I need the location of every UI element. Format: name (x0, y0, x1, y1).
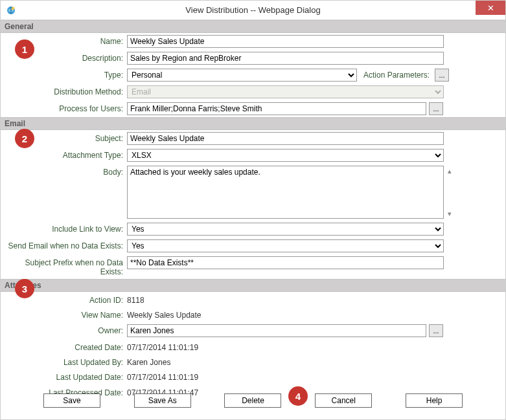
type-label: Type: (7, 69, 127, 80)
callout-1: 1 (15, 39, 34, 59)
created-date-label: Created Date: (7, 341, 127, 352)
send-nodata-label: Send Email when no Data Exists: (7, 239, 127, 250)
process-users-input[interactable] (127, 102, 426, 115)
owner-input[interactable] (127, 324, 426, 337)
section-email: Email (1, 117, 505, 130)
dist-method-label: Distribution Method: (7, 85, 127, 96)
svg-point-1 (12, 6, 15, 10)
send-nodata-select[interactable]: Yes (127, 239, 444, 252)
attachment-type-label: Attachment Type: (7, 149, 127, 160)
view-name-value: Weekly Sales Update (127, 309, 201, 320)
updated-date-label: Last Updated Date: (7, 371, 127, 382)
name-input[interactable] (127, 35, 444, 48)
action-params-label: Action Parameters: (363, 71, 430, 80)
callout-2: 2 (15, 129, 34, 148)
attachment-type-select[interactable]: XLSX (127, 149, 444, 162)
titlebar: View Distribution -- Webpage Dialog ✕ (1, 1, 505, 20)
include-link-label: Include Link to View: (7, 223, 127, 234)
updated-by-label: Last Updated By: (7, 356, 127, 367)
subject-input[interactable] (127, 132, 444, 145)
prefix-nodata-label: Subject Prefix when no Data Exists: (7, 256, 127, 277)
save-as-button[interactable]: Save As (134, 393, 191, 408)
dist-method-select: Email (127, 85, 444, 98)
owner-label: Owner: (7, 324, 127, 335)
scroll-up-icon[interactable]: ▴ (445, 166, 454, 176)
delete-button[interactable]: Delete (224, 393, 281, 408)
process-users-browse-button[interactable]: ... (429, 102, 443, 115)
body-label: Body: (7, 166, 127, 177)
updated-by-value: Karen Jones (127, 356, 170, 367)
button-bar: Save Save As Delete Cancel Help (1, 393, 505, 408)
body-textarea[interactable] (127, 166, 444, 219)
updated-date-value: 07/17/2014 11:01:19 (127, 371, 198, 382)
close-icon: ✕ (487, 3, 494, 13)
description-input[interactable] (127, 52, 444, 65)
view-name-label: View Name: (7, 309, 127, 320)
help-button[interactable]: Help (406, 393, 463, 408)
action-id-value: 8118 (127, 294, 144, 305)
dialog-content: General Name: Description: Type: Persona… (1, 20, 505, 399)
scroll-down-icon[interactable]: ▾ (445, 208, 454, 219)
cancel-button[interactable]: Cancel (315, 393, 372, 408)
created-date-value: 07/17/2014 11:01:19 (127, 341, 198, 352)
callout-3: 3 (15, 279, 34, 298)
section-general: General (1, 20, 505, 33)
window-title: View Distribution -- Webpage Dialog (185, 5, 320, 15)
owner-browse-button[interactable]: ... (429, 324, 443, 337)
ie-icon (6, 5, 16, 16)
section-attributes: Attributes (1, 279, 505, 292)
action-params-button[interactable]: ... (435, 69, 449, 82)
type-select[interactable]: Personal (127, 69, 357, 82)
save-button[interactable]: Save (43, 393, 100, 408)
include-link-select[interactable]: Yes (127, 223, 444, 236)
callout-4: 4 (288, 386, 308, 406)
prefix-nodata-input[interactable] (127, 256, 444, 269)
close-button[interactable]: ✕ (476, 1, 505, 15)
process-users-label: Process for Users: (7, 102, 127, 113)
